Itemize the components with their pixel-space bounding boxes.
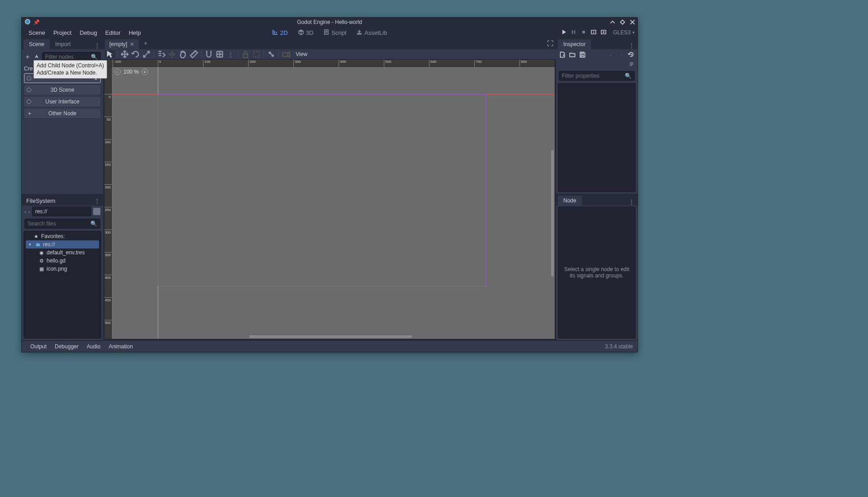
fs-file-icon[interactable]: ▦ icon.png — [26, 265, 99, 273]
filesystem-title: FileSystem — [26, 197, 55, 204]
ruler-tool[interactable] — [189, 50, 199, 58]
grid-snap-toggle[interactable] — [215, 50, 225, 58]
node-dock-menu-icon[interactable]: ⋮ — [628, 198, 635, 206]
play-custom-scene-button[interactable] — [600, 29, 607, 37]
scene-dock: ＋ Filter nodes 🔍 Add Child Node (Control… — [22, 49, 103, 194]
fs-path-input[interactable]: res:// — [32, 206, 91, 216]
minimize-button[interactable] — [609, 19, 616, 25]
scene-dock-menu-icon[interactable]: ⋮ — [94, 42, 100, 49]
root-other-node[interactable]: ＋ Other Node — [24, 108, 101, 119]
history-forward-icon[interactable]: › — [618, 51, 625, 58]
renderer-dropdown[interactable]: GLES3 ▾ — [610, 29, 635, 36]
tab-import[interactable]: Import — [50, 39, 76, 49]
2d-viewport[interactable]: -100010020030040050060070080090010001100… — [104, 59, 555, 339]
tab-node[interactable]: Node — [558, 196, 582, 206]
tab-inspector[interactable]: Inspector — [558, 39, 591, 49]
snap-toggle[interactable] — [204, 50, 214, 58]
play-button[interactable] — [561, 29, 567, 37]
list-select-tool[interactable] — [156, 50, 166, 58]
image-icon: ▦ — [38, 266, 45, 272]
viewport-scrollbar-horizontal[interactable] — [249, 335, 412, 338]
bottom-tab-debugger[interactable]: Debugger — [51, 342, 83, 352]
app-window: 📌 Godot Engine - Hello-world Scene Proje… — [21, 17, 638, 352]
maximize-button[interactable] — [619, 19, 626, 25]
distraction-free-icon[interactable]: ⛶ — [547, 40, 553, 47]
history-icon[interactable] — [627, 51, 635, 58]
svg-rect-9 — [283, 53, 288, 56]
override-camera-icon[interactable] — [281, 50, 291, 58]
titlebar: 📌 Godot Engine - Hello-world — [22, 18, 637, 27]
workspace-assetlib[interactable]: AssetLib — [353, 28, 391, 38]
zoom-out-button[interactable]: − — [114, 69, 121, 75]
viewport-scrollbar-vertical[interactable] — [551, 150, 554, 277]
workspace-2d[interactable]: 2D — [269, 28, 292, 38]
lock-tool[interactable] — [241, 50, 250, 58]
pivot-tool[interactable] — [167, 50, 177, 58]
filter-properties-input[interactable]: Filter properties 🔍 — [559, 71, 635, 81]
fs-forward-button[interactable]: › — [28, 208, 30, 215]
new-resource-icon[interactable] — [559, 51, 566, 58]
center-area: [empty] ✕ ＋ ⛶ ⋮ — [103, 38, 556, 340]
pause-button[interactable] — [571, 29, 577, 37]
instance-scene-button[interactable] — [33, 53, 40, 61]
close-button[interactable] — [629, 19, 636, 25]
view-dropdown[interactable]: View — [292, 50, 311, 58]
object-properties-icon[interactable] — [628, 61, 635, 69]
search-icon: 🔍 — [91, 54, 98, 60]
pan-tool[interactable] — [178, 50, 188, 58]
fs-file-default-env[interactable]: ◉ default_env.tres — [26, 248, 99, 257]
node-placeholder-text: Select a single node to edit its signals… — [562, 266, 632, 279]
circle-icon — [27, 76, 31, 80]
filesystem-dock: ‹ › res:// Search files 🔍 ★ Favorites: ▾ — [22, 206, 103, 340]
stop-button[interactable] — [580, 29, 587, 37]
fs-root[interactable]: ▾ 🖿 res:// — [26, 240, 99, 248]
workspace-script[interactable]: Script — [320, 28, 350, 38]
filesystem-dock-menu-icon[interactable]: ⋮ — [94, 197, 100, 205]
add-node-button[interactable]: ＋ — [24, 53, 31, 61]
search-icon: 🔍 — [625, 73, 632, 79]
window-title: Godot Engine - Hello-world — [297, 19, 362, 25]
fs-back-button[interactable]: ‹ — [24, 208, 26, 215]
main-area: Scene Import ⋮ ＋ Filter nodes 🔍 Add Chil… — [22, 38, 637, 340]
version-label[interactable]: 3.3.4.stable — [605, 343, 633, 350]
fs-favorites[interactable]: ★ Favorites: — [26, 232, 99, 240]
scale-tool[interactable] — [142, 50, 151, 58]
menu-editor[interactable]: Editor — [101, 28, 125, 38]
bottom-tab-output[interactable]: Output — [26, 342, 51, 352]
menu-debug[interactable]: Debug — [75, 28, 101, 38]
2d-icon — [272, 29, 278, 37]
zoom-in-button[interactable]: + — [142, 69, 148, 75]
bottom-tab-animation[interactable]: Animation — [104, 342, 137, 352]
fs-file-hello[interactable]: ⚙ hello.gd — [26, 257, 99, 265]
tab-scene[interactable]: Scene — [24, 39, 50, 49]
zoom-level[interactable]: 100 % — [123, 69, 139, 75]
menu-scene[interactable]: Scene — [24, 28, 49, 38]
play-scene-button[interactable] — [590, 29, 597, 37]
inspector-dock-menu-icon[interactable]: ⋮ — [628, 42, 635, 49]
close-tab-icon[interactable]: ✕ — [130, 41, 134, 47]
root-user-interface[interactable]: User Interface — [24, 96, 101, 107]
inspector-body — [558, 83, 636, 192]
scene-tab-empty[interactable]: [empty] ✕ — [105, 39, 139, 49]
group-tool[interactable] — [251, 50, 261, 58]
move-tool[interactable] — [120, 50, 130, 58]
load-resource-icon[interactable] — [569, 51, 576, 58]
menu-help[interactable]: Help — [125, 28, 145, 38]
select-tool[interactable] — [105, 50, 115, 58]
fs-view-toggle-icon[interactable] — [93, 208, 100, 215]
add-scene-tab-button[interactable]: ＋ — [139, 38, 152, 49]
svg-rect-6 — [254, 52, 259, 57]
root-3d-scene[interactable]: 3D Scene — [24, 84, 101, 95]
3d-icon — [297, 29, 304, 37]
pin-icon[interactable]: 📌 — [33, 19, 40, 25]
menu-project[interactable]: Project — [49, 28, 75, 38]
skeleton-options-icon[interactable] — [266, 50, 276, 58]
workspace-3d[interactable]: 3D — [294, 28, 317, 38]
history-back-icon[interactable]: ‹ — [608, 51, 615, 58]
svg-point-4 — [171, 53, 174, 56]
save-resource-icon[interactable] — [579, 51, 586, 58]
rotate-tool[interactable] — [131, 50, 141, 58]
fs-search-input[interactable]: Search files 🔍 — [24, 219, 100, 229]
bottom-tab-audio[interactable]: Audio — [83, 342, 105, 352]
snap-options-icon[interactable]: ⋮ — [226, 50, 236, 58]
